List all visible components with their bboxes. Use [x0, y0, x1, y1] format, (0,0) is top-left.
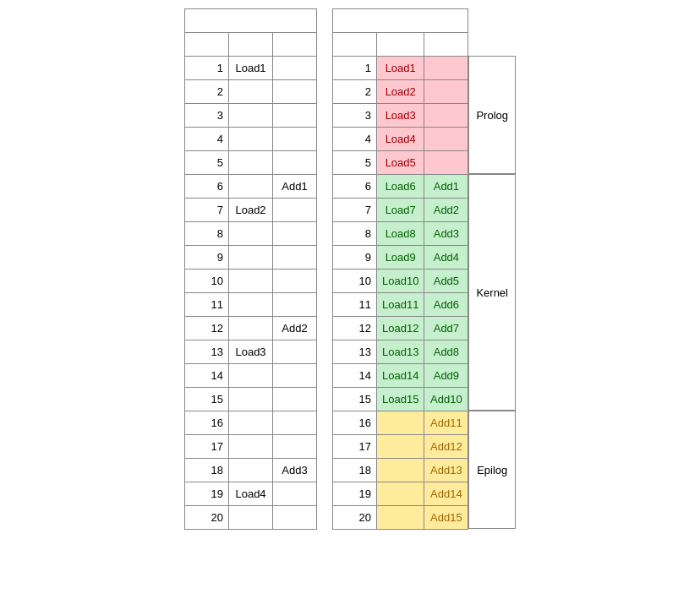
- clock-cell: 16: [185, 411, 229, 435]
- d1-cell: Load1: [377, 57, 424, 80]
- d1-cell: [229, 175, 273, 199]
- prolog-label: Prolog: [468, 56, 516, 174]
- clock-cell: 10: [185, 270, 229, 293]
- table-row: 8: [185, 222, 317, 246]
- d1-cell: Load13: [377, 340, 424, 364]
- clock-cell: 13: [185, 340, 229, 364]
- clock-cell: 17: [333, 435, 377, 459]
- table-row: 17Add12: [333, 435, 468, 459]
- d1-cell: [229, 270, 273, 293]
- clock-cell: 5: [333, 151, 377, 175]
- d1-cell: [229, 459, 273, 482]
- clock-cell: 20: [185, 506, 229, 530]
- table-row: 4: [185, 128, 317, 151]
- d1-cell: [229, 317, 273, 340]
- clock-cell: 12: [333, 317, 377, 340]
- clock-cell: 4: [185, 128, 229, 151]
- clock-cell: 3: [185, 104, 229, 128]
- solution1-table: 1Load123456Add17Load289101112Add213Load3…: [184, 8, 317, 530]
- l1-cell: [273, 482, 317, 506]
- table-row: 4Load4: [333, 128, 468, 151]
- table-row: 2Load2: [333, 80, 468, 104]
- l1-cell: Add15: [424, 506, 468, 530]
- clock-cell: 10: [333, 270, 377, 293]
- d1-cell: Load12: [377, 317, 424, 340]
- table-row: 16Add11: [333, 411, 468, 435]
- d1-cell: [377, 435, 424, 459]
- clock-cell: 19: [333, 482, 377, 506]
- clock-cell: 2: [333, 80, 377, 104]
- l1-cell: Add8: [424, 340, 468, 364]
- d1-cell: Load3: [229, 340, 273, 364]
- clock-cell: 3: [333, 104, 377, 128]
- d1-cell: Load8: [377, 222, 424, 246]
- s1-col-clock: [185, 33, 229, 57]
- l1-cell: [273, 435, 317, 459]
- l1-cell: [273, 270, 317, 293]
- d1-cell: Load9: [377, 246, 424, 270]
- s2-col-clock: [333, 33, 377, 57]
- clock-cell: 8: [333, 222, 377, 246]
- table-row: 10: [185, 270, 317, 293]
- table-row: 16: [185, 411, 317, 435]
- solution1-block: 1Load123456Add17Load289101112Add213Load3…: [184, 8, 317, 530]
- section-labels: PrologKernelEpilog: [468, 8, 516, 530]
- clock-cell: 14: [185, 364, 229, 388]
- d1-cell: Load5: [377, 151, 424, 175]
- clock-cell: 18: [333, 459, 377, 482]
- d1-cell: [229, 128, 273, 151]
- l1-cell: [273, 199, 317, 222]
- clock-cell: 15: [185, 388, 229, 411]
- table-row: 6Add1: [185, 175, 317, 199]
- solution2-with-labels: 1Load12Load23Load34Load45Load56Load6Add1…: [332, 8, 516, 530]
- clock-cell: 13: [333, 340, 377, 364]
- table-row: 1Load1: [333, 57, 468, 80]
- table-row: 2: [185, 80, 317, 104]
- l1-cell: [273, 80, 317, 104]
- d1-cell: [229, 80, 273, 104]
- table-row: 11: [185, 293, 317, 317]
- l1-cell: [424, 104, 468, 128]
- d1-cell: [377, 482, 424, 506]
- table-row: 13Load13Add8: [333, 340, 468, 364]
- table-row: 20: [185, 506, 317, 530]
- table-row: 20Add15: [333, 506, 468, 530]
- table-row: 6Load6Add1: [333, 175, 468, 199]
- table-row: 12Add2: [185, 317, 317, 340]
- d1-cell: Load1: [229, 57, 273, 80]
- table-row: 7Load7Add2: [333, 199, 468, 222]
- d1-cell: [229, 222, 273, 246]
- table-row: 8Load8Add3: [333, 222, 468, 246]
- table-row: 5: [185, 151, 317, 175]
- l1-cell: [424, 80, 468, 104]
- table-row: 12Load12Add7: [333, 317, 468, 340]
- d1-cell: Load2: [377, 80, 424, 104]
- clock-cell: 6: [333, 175, 377, 199]
- l1-cell: Add2: [424, 199, 468, 222]
- l1-cell: Add3: [273, 459, 317, 482]
- l1-cell: Add1: [424, 175, 468, 199]
- l1-cell: [273, 222, 317, 246]
- l1-cell: [273, 506, 317, 530]
- l1-cell: [273, 104, 317, 128]
- table-row: 19Add14: [333, 482, 468, 506]
- clock-cell: 20: [333, 506, 377, 530]
- d1-cell: [229, 435, 273, 459]
- kernel-label: Kernel: [468, 174, 516, 411]
- table-row: 5Load5: [333, 151, 468, 175]
- d1-cell: [229, 293, 273, 317]
- d1-cell: Load3: [377, 104, 424, 128]
- table-row: 15Load15Add10: [333, 388, 468, 411]
- d1-cell: Load4: [377, 128, 424, 151]
- clock-cell: 19: [185, 482, 229, 506]
- table-row: 19Load4: [185, 482, 317, 506]
- l1-cell: [424, 57, 468, 80]
- s2-col-l1: [424, 33, 468, 57]
- l1-cell: Add7: [424, 317, 468, 340]
- d1-cell: Load7: [377, 199, 424, 222]
- clock-cell: 1: [333, 57, 377, 80]
- l1-cell: Add14: [424, 482, 468, 506]
- table-row: 1Load1: [185, 57, 317, 80]
- l1-cell: [273, 246, 317, 270]
- table-row: 14Load14Add9: [333, 364, 468, 388]
